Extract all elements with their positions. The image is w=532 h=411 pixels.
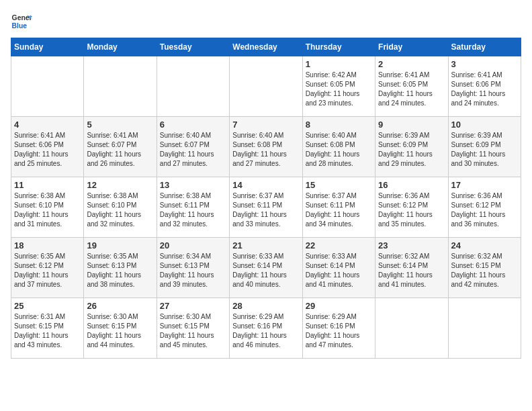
day-number: 12 [87, 180, 153, 190]
day-number: 2 [378, 59, 445, 69]
calendar-cell [11, 56, 84, 117]
day-info: Sunrise: 6:30 AM Sunset: 6:15 PM Dayligh… [160, 312, 226, 350]
calendar-cell: 9Sunrise: 6:39 AM Sunset: 6:09 PM Daylig… [375, 117, 448, 177]
day-number: 13 [160, 180, 226, 190]
calendar-table: SundayMondayTuesdayWednesdayThursdayFrid… [11, 38, 521, 359]
calendar-cell: 19Sunrise: 6:35 AM Sunset: 6:13 PM Dayli… [84, 238, 157, 298]
calendar-cell [230, 56, 302, 117]
calendar-cell: 4Sunrise: 6:41 AM Sunset: 6:06 PM Daylig… [11, 117, 84, 177]
week-row-2: 4Sunrise: 6:41 AM Sunset: 6:06 PM Daylig… [11, 117, 521, 177]
calendar-cell: 8Sunrise: 6:40 AM Sunset: 6:08 PM Daylig… [302, 117, 375, 177]
day-number: 6 [160, 120, 226, 130]
week-row-3: 11Sunrise: 6:38 AM Sunset: 6:10 PM Dayli… [11, 177, 521, 238]
calendar-cell: 27Sunrise: 6:30 AM Sunset: 6:15 PM Dayli… [157, 298, 229, 359]
day-info: Sunrise: 6:32 AM Sunset: 6:14 PM Dayligh… [378, 252, 445, 289]
svg-text:Blue: Blue [12, 22, 28, 30]
day-info: Sunrise: 6:38 AM Sunset: 6:10 PM Dayligh… [14, 191, 81, 229]
col-header-friday: Friday [375, 38, 448, 56]
calendar-cell: 22Sunrise: 6:33 AM Sunset: 6:14 PM Dayli… [302, 238, 375, 298]
svg-text:General: General [12, 14, 32, 21]
calendar-cell: 12Sunrise: 6:38 AM Sunset: 6:10 PM Dayli… [84, 177, 157, 238]
day-info: Sunrise: 6:41 AM Sunset: 6:05 PM Dayligh… [378, 71, 445, 108]
day-number: 11 [14, 180, 81, 190]
col-header-thursday: Thursday [302, 38, 375, 56]
calendar-cell: 20Sunrise: 6:34 AM Sunset: 6:13 PM Dayli… [157, 238, 229, 298]
week-row-1: 1Sunrise: 6:42 AM Sunset: 6:05 PM Daylig… [11, 56, 521, 117]
col-header-wednesday: Wednesday [230, 38, 302, 56]
day-info: Sunrise: 6:30 AM Sunset: 6:15 PM Dayligh… [87, 312, 153, 350]
calendar-cell: 6Sunrise: 6:40 AM Sunset: 6:07 PM Daylig… [157, 117, 229, 177]
day-info: Sunrise: 6:31 AM Sunset: 6:15 PM Dayligh… [14, 312, 81, 350]
calendar-cell [84, 56, 157, 117]
day-info: Sunrise: 6:40 AM Sunset: 6:07 PM Dayligh… [160, 131, 226, 169]
day-number: 24 [451, 240, 518, 250]
calendar-cell: 10Sunrise: 6:39 AM Sunset: 6:09 PM Dayli… [448, 117, 521, 177]
day-number: 5 [87, 120, 153, 130]
calendar-cell: 29Sunrise: 6:29 AM Sunset: 6:16 PM Dayli… [302, 298, 375, 359]
header: General Blue [11, 11, 521, 32]
col-header-saturday: Saturday [448, 38, 521, 56]
calendar-cell [375, 298, 448, 359]
day-number: 18 [14, 240, 81, 250]
day-number: 15 [306, 180, 372, 190]
calendar-cell: 25Sunrise: 6:31 AM Sunset: 6:15 PM Dayli… [11, 298, 84, 359]
calendar-cell [448, 298, 521, 359]
day-info: Sunrise: 6:39 AM Sunset: 6:09 PM Dayligh… [378, 131, 445, 169]
calendar-cell: 26Sunrise: 6:30 AM Sunset: 6:15 PM Dayli… [84, 298, 157, 359]
day-info: Sunrise: 6:32 AM Sunset: 6:15 PM Dayligh… [451, 252, 518, 289]
day-info: Sunrise: 6:42 AM Sunset: 6:05 PM Dayligh… [306, 71, 372, 108]
day-info: Sunrise: 6:41 AM Sunset: 6:07 PM Dayligh… [87, 131, 153, 169]
day-number: 29 [306, 301, 372, 311]
calendar-cell: 23Sunrise: 6:32 AM Sunset: 6:14 PM Dayli… [375, 238, 448, 298]
calendar-cell [157, 56, 229, 117]
day-number: 1 [306, 59, 372, 69]
day-number: 4 [14, 120, 81, 130]
day-number: 10 [451, 120, 518, 130]
calendar-cell: 24Sunrise: 6:32 AM Sunset: 6:15 PM Dayli… [448, 238, 521, 298]
day-number: 26 [87, 301, 153, 311]
day-number: 14 [232, 180, 299, 190]
day-info: Sunrise: 6:29 AM Sunset: 6:16 PM Dayligh… [306, 312, 372, 350]
day-number: 22 [306, 240, 372, 250]
calendar-cell: 15Sunrise: 6:37 AM Sunset: 6:11 PM Dayli… [302, 177, 375, 238]
day-info: Sunrise: 6:40 AM Sunset: 6:08 PM Dayligh… [306, 131, 372, 169]
day-info: Sunrise: 6:41 AM Sunset: 6:06 PM Dayligh… [451, 71, 518, 108]
day-info: Sunrise: 6:37 AM Sunset: 6:11 PM Dayligh… [232, 191, 299, 229]
calendar-cell: 7Sunrise: 6:40 AM Sunset: 6:08 PM Daylig… [230, 117, 302, 177]
day-number: 19 [87, 240, 153, 250]
week-row-5: 25Sunrise: 6:31 AM Sunset: 6:15 PM Dayli… [11, 298, 521, 359]
day-info: Sunrise: 6:35 AM Sunset: 6:12 PM Dayligh… [14, 252, 81, 289]
day-number: 8 [306, 120, 372, 130]
day-info: Sunrise: 6:33 AM Sunset: 6:14 PM Dayligh… [306, 252, 372, 289]
calendar-cell: 14Sunrise: 6:37 AM Sunset: 6:11 PM Dayli… [230, 177, 302, 238]
day-info: Sunrise: 6:33 AM Sunset: 6:14 PM Dayligh… [232, 252, 299, 289]
logo-icon: General Blue [11, 11, 32, 32]
calendar-cell: 18Sunrise: 6:35 AM Sunset: 6:12 PM Dayli… [11, 238, 84, 298]
calendar-cell: 17Sunrise: 6:36 AM Sunset: 6:12 PM Dayli… [448, 177, 521, 238]
day-number: 28 [232, 301, 299, 311]
day-number: 27 [160, 301, 226, 311]
day-info: Sunrise: 6:41 AM Sunset: 6:06 PM Dayligh… [14, 131, 81, 169]
day-info: Sunrise: 6:40 AM Sunset: 6:08 PM Dayligh… [232, 131, 299, 169]
day-number: 21 [232, 240, 299, 250]
calendar-cell: 1Sunrise: 6:42 AM Sunset: 6:05 PM Daylig… [302, 56, 375, 117]
day-number: 17 [451, 180, 518, 190]
col-header-monday: Monday [84, 38, 157, 56]
day-info: Sunrise: 6:38 AM Sunset: 6:10 PM Dayligh… [87, 191, 153, 229]
day-info: Sunrise: 6:29 AM Sunset: 6:16 PM Dayligh… [232, 312, 299, 350]
day-number: 23 [378, 240, 445, 250]
calendar-cell: 21Sunrise: 6:33 AM Sunset: 6:14 PM Dayli… [230, 238, 302, 298]
day-info: Sunrise: 6:35 AM Sunset: 6:13 PM Dayligh… [87, 252, 153, 289]
day-info: Sunrise: 6:37 AM Sunset: 6:11 PM Dayligh… [306, 191, 372, 229]
day-number: 25 [14, 301, 81, 311]
calendar-cell: 3Sunrise: 6:41 AM Sunset: 6:06 PM Daylig… [448, 56, 521, 117]
day-number: 16 [378, 180, 445, 190]
col-header-tuesday: Tuesday [157, 38, 229, 56]
day-info: Sunrise: 6:36 AM Sunset: 6:12 PM Dayligh… [451, 191, 518, 229]
header-row: SundayMondayTuesdayWednesdayThursdayFrid… [11, 38, 521, 56]
col-header-sunday: Sunday [11, 38, 84, 56]
day-number: 7 [232, 120, 299, 130]
week-row-4: 18Sunrise: 6:35 AM Sunset: 6:12 PM Dayli… [11, 238, 521, 298]
day-info: Sunrise: 6:39 AM Sunset: 6:09 PM Dayligh… [451, 131, 518, 169]
day-number: 20 [160, 240, 226, 250]
